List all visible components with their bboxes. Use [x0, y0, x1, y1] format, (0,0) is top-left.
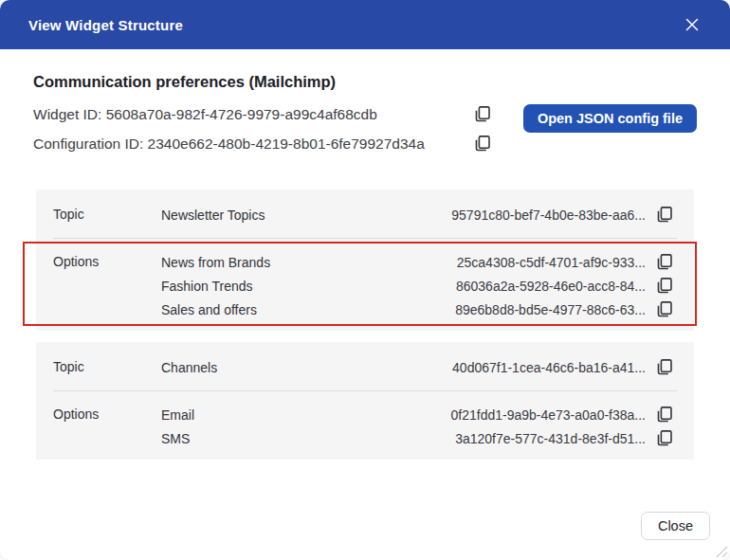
item-name: Fashion Trends [161, 279, 456, 294]
widget-id-text: Widget ID: 5608a70a-982f-4726-9979-a99c4… [33, 106, 377, 123]
copy-uuid-button[interactable] [654, 405, 675, 425]
copy-uuid-button[interactable] [654, 428, 675, 449]
copy-config-id-button[interactable] [472, 134, 493, 154]
copy-uuid-button[interactable] [654, 205, 675, 226]
dialog-body: Communication preferences (Mailchimp) Wi… [0, 49, 730, 460]
table-row-topic: Topic Channels 40d067f1-1cea-46c6-ba16-a… [36, 342, 694, 390]
table-row-options: Options Email 0f21fdd1-9a9b-4e73-a0a0-f3… [36, 391, 694, 460]
dialog-title: View Widget Structure [28, 17, 183, 33]
item-uuid: 89e6b8d8-bd5e-4977-88c6-63... [455, 302, 646, 317]
copy-icon [655, 300, 674, 319]
item-uuid: 86036a2a-5928-46e0-acc8-84... [456, 279, 646, 294]
item-name: News from Brands [161, 255, 457, 270]
item-uuid: 25ca4308-c5df-4701-af9c-933... [457, 255, 646, 270]
list-item: Channels 40d067f1-1cea-46c6-ba16-a41... [161, 355, 675, 379]
item-uuid: 0f21fdd1-9a9b-4e73-a0a0-f38a... [451, 407, 647, 423]
id-lines: Widget ID: 5608a70a-982f-4726-9979-a99c4… [33, 103, 493, 162]
close-dialog-button[interactable] [681, 13, 703, 36]
item-uuid: 40d067f1-1cea-46c6-ba16-a41... [452, 360, 646, 375]
table-row-topic: Topic Newsletter Topics 95791c80-bef7-4b… [36, 190, 694, 238]
row-label: Topic [53, 203, 161, 226]
close-button[interactable]: Close [641, 512, 710, 540]
copy-icon [655, 358, 674, 377]
list-item: News from Brands 25ca4308-c5df-4701-af9c… [161, 250, 675, 274]
copy-uuid-button[interactable] [654, 252, 675, 273]
item-name: Sales and offers [161, 302, 455, 317]
table-row-options-highlighted: Options News from Brands 25ca4308-c5df-4… [36, 239, 694, 331]
copy-icon [655, 429, 674, 448]
open-json-config-button[interactable]: Open JSON config file [523, 104, 697, 133]
item-name: Email [161, 407, 451, 423]
widget-id-row: Widget ID: 5608a70a-982f-4726-9979-a99c4… [33, 103, 493, 126]
widget-structure-table: Topic Newsletter Topics 95791c80-bef7-4b… [36, 190, 694, 460]
item-uuid: 95791c80-bef7-4b0e-83be-aa6... [451, 208, 646, 223]
list-item: Sales and offers 89e6b8d8-bd5e-4977-88c6… [161, 298, 675, 321]
copy-icon [473, 135, 492, 154]
copy-uuid-button[interactable] [654, 299, 675, 320]
item-name: Channels [161, 360, 452, 375]
item-uuid: 3a120f7e-577c-431d-8e3f-d51... [455, 431, 646, 446]
copy-icon [655, 253, 674, 272]
copy-icon [655, 277, 674, 296]
copy-widget-id-button[interactable] [472, 104, 493, 125]
copy-icon [473, 105, 492, 124]
id-section: Widget ID: 5608a70a-982f-4726-9979-a99c4… [33, 103, 697, 162]
item-name: SMS [161, 431, 455, 446]
config-id-text: Configuration ID: 2340e662-480b-4219-8b0… [33, 135, 425, 153]
copy-uuid-button[interactable] [654, 357, 675, 378]
copy-icon [655, 206, 674, 225]
list-item: SMS 3a120f7e-577c-431d-8e3f-d51... [161, 426, 675, 450]
list-item: Email 0f21fdd1-9a9b-4e73-a0a0-f38a... [161, 403, 675, 426]
row-label: Options [53, 403, 161, 450]
list-item: Fashion Trends 86036a2a-5928-46e0-acc8-8… [161, 274, 675, 298]
item-name: Newsletter Topics [161, 208, 451, 223]
view-widget-structure-dialog: View Widget Structure Communication pref… [0, 0, 730, 560]
topic-group: Topic Newsletter Topics 95791c80-bef7-4b… [36, 190, 694, 331]
dialog-header: View Widget Structure [0, 0, 730, 49]
config-id-row: Configuration ID: 2340e662-480b-4219-8b0… [33, 133, 493, 155]
row-label: Options [53, 250, 161, 321]
topic-group: Topic Channels 40d067f1-1cea-46c6-ba16-a… [36, 342, 694, 460]
list-item: Newsletter Topics 95791c80-bef7-4b0e-83b… [161, 203, 675, 226]
copy-uuid-button[interactable] [654, 276, 675, 297]
row-label: Topic [53, 355, 161, 379]
widget-title: Communication preferences (Mailchimp) [33, 73, 697, 91]
close-icon [684, 17, 700, 32]
resize-grip-icon[interactable] [715, 545, 728, 558]
copy-icon [655, 406, 674, 425]
